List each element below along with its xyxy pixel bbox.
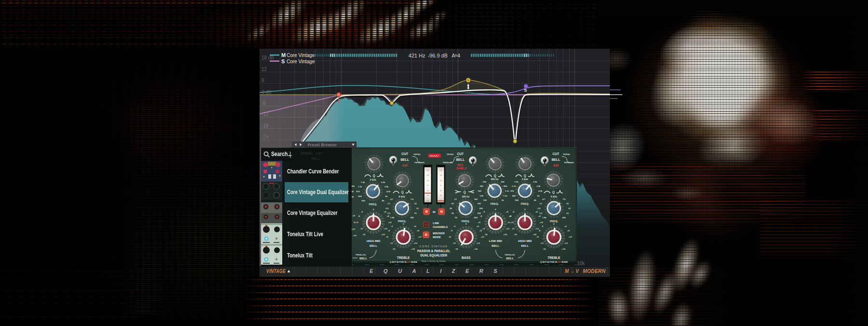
- svg-text:12: 12: [568, 207, 571, 210]
- svg-text:-5: -5: [512, 211, 514, 213]
- svg-text:BELL: BELL: [492, 244, 499, 247]
- svg-text:-13: -13: [360, 227, 363, 230]
- svg-text:330: 330: [482, 181, 486, 183]
- svg-text:PARALLEL: PARALLEL: [505, 254, 515, 256]
- svg-text:+11: +11: [418, 236, 422, 238]
- svg-text:4.7: 4.7: [390, 198, 394, 200]
- svg-text:-11: -11: [356, 221, 359, 224]
- svg-text:+16: +16: [503, 233, 507, 236]
- svg-text:-16: -16: [514, 233, 517, 236]
- svg-text:38: 38: [450, 207, 452, 210]
- svg-text:FREQ.: FREQ.: [369, 203, 377, 206]
- svg-text:Q: Q: [494, 174, 496, 178]
- svg-text:-24: -24: [262, 134, 269, 140]
- svg-text:180: 180: [478, 190, 482, 192]
- svg-text:+5: +5: [564, 225, 567, 227]
- svg-text:-16: -16: [362, 233, 366, 236]
- svg-text:CUT: CUT: [401, 152, 409, 156]
- svg-text:-11: -11: [478, 221, 481, 224]
- svg-text:SERIAL: SERIAL: [413, 153, 421, 156]
- svg-text:500: 500: [515, 199, 519, 201]
- svg-text:-96.9 dB: -96.9 dB: [427, 53, 448, 58]
- svg-text:+13: +13: [384, 227, 387, 230]
- svg-text:SHELF: SHELF: [456, 167, 467, 170]
- svg-text:1.8k: 1.8k: [390, 216, 395, 219]
- svg-text:+4: +4: [440, 180, 441, 182]
- svg-text:-16: -16: [392, 248, 396, 250]
- svg-text:FREQ.: FREQ.: [398, 220, 406, 223]
- svg-text:+11: +11: [568, 236, 572, 238]
- svg-text:+8: +8: [416, 229, 419, 232]
- svg-text:2 kHz: 2 kHz: [370, 178, 376, 181]
- svg-text:+16: +16: [411, 248, 415, 250]
- svg-text:Q: Q: [552, 190, 555, 194]
- svg-text:Q: Q: [401, 190, 404, 194]
- svg-text:-8: -8: [358, 215, 360, 217]
- svg-text:CORE VINTAGE: CORE VINTAGE: [420, 245, 448, 248]
- svg-text:Q: Q: [524, 174, 526, 178]
- svg-text:-8: -8: [480, 215, 482, 217]
- svg-text:-5: -5: [483, 211, 485, 213]
- svg-text:2.3: 2.3: [539, 212, 543, 214]
- svg-text:BELL: BELL: [506, 256, 514, 260]
- svg-text:Q: Q: [373, 174, 375, 178]
- svg-text:600: 600: [501, 181, 505, 183]
- svg-text:Core Vintage: Core Vintage: [287, 53, 315, 58]
- svg-text:Core Vintage: Core Vintage: [287, 59, 315, 64]
- svg-text:DUAL EQUALIZER: DUAL EQUALIZER: [420, 254, 447, 257]
- svg-text:+8: +8: [538, 215, 541, 217]
- svg-text:CUT: CUT: [457, 152, 464, 156]
- svg-text:+11: +11: [388, 221, 392, 224]
- svg-text:-16: -16: [484, 233, 488, 236]
- svg-text:140: 140: [474, 198, 478, 200]
- svg-text:BELL: BELL: [359, 256, 367, 260]
- svg-text:HIGH MID: HIGH MID: [367, 239, 381, 242]
- svg-text:100: 100: [483, 199, 487, 201]
- svg-text:+8: +8: [427, 174, 428, 176]
- svg-text:BELL: BELL: [521, 244, 529, 247]
- svg-text:BIG: BIG: [457, 163, 463, 167]
- svg-text:18 dB: 18 dB: [262, 55, 274, 60]
- svg-text:6k: 6k: [386, 195, 388, 198]
- svg-text:500: 500: [474, 216, 478, 219]
- svg-text:+13: +13: [413, 242, 417, 244]
- svg-text:+13: +13: [564, 242, 568, 244]
- svg-text:BELL: BELL: [400, 158, 409, 161]
- svg-text:+8: +8: [440, 174, 441, 176]
- svg-text:+8: +8: [567, 229, 570, 232]
- svg-text:S: S: [524, 88, 527, 93]
- svg-text:SERIAL: SERIAL: [447, 153, 455, 156]
- svg-text:-5: -5: [391, 225, 393, 227]
- svg-text:-11: -11: [536, 236, 539, 238]
- svg-text:-13: -13: [390, 242, 393, 244]
- svg-text:6: 6: [262, 78, 264, 83]
- svg-text:-12: -12: [427, 200, 429, 202]
- svg-text:-8: -8: [427, 195, 428, 197]
- svg-text:10: 10: [414, 202, 417, 205]
- svg-text:1.5k: 1.5k: [361, 181, 365, 184]
- svg-text:-6: -6: [262, 100, 266, 106]
- svg-text:+16: +16: [562, 248, 565, 250]
- svg-text:MODE: MODE: [433, 236, 441, 239]
- svg-text:Q NOT ACTIVE IN AIR MODE: Q NOT ACTIVE IN AIR MODE: [390, 261, 417, 263]
- svg-text:BELL: BELL: [370, 244, 377, 247]
- svg-text:-13: -13: [540, 242, 544, 244]
- svg-text:100 Hz: 100 Hz: [462, 195, 470, 198]
- svg-text:7.6: 7.6: [411, 198, 414, 200]
- svg-text:400 Hz: 400 Hz: [491, 178, 499, 181]
- svg-text:4.5k: 4.5k: [386, 190, 391, 193]
- svg-text:20k: 20k: [410, 216, 414, 219]
- svg-text:Q NOT ACTIVE IN AIR MODE: Q NOT ACTIVE IN AIR MODE: [540, 261, 568, 263]
- svg-text:+5: +5: [506, 211, 509, 213]
- svg-text:+8: +8: [352, 214, 355, 217]
- svg-text:3.7: 3.7: [387, 202, 391, 205]
- svg-text:BASS: BASS: [462, 256, 471, 259]
- svg-text:-11: -11: [386, 236, 389, 238]
- svg-text:+13: +13: [506, 227, 510, 230]
- svg-text:20k: 20k: [562, 216, 566, 219]
- svg-text:PASSIVE & PARALLEL: PASSIVE & PARALLEL: [417, 249, 450, 253]
- svg-text:PARALLEL: PARALLEL: [356, 254, 366, 256]
- svg-text:+5: +5: [535, 211, 538, 213]
- svg-text:135: 135: [480, 195, 483, 197]
- svg-text:CUT: CUT: [552, 152, 560, 156]
